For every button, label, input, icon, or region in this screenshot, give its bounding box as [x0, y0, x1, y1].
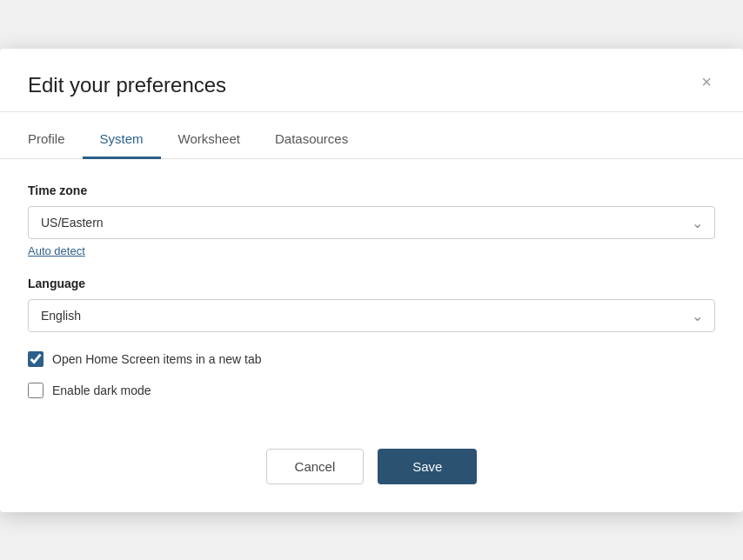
dark-mode-group: Enable dark mode	[28, 383, 715, 398]
auto-detect-link[interactable]: Auto detect	[28, 244, 85, 257]
dialog-footer: Cancel Save	[0, 435, 743, 512]
language-group: Language English French Spanish German J…	[28, 277, 715, 332]
dialog-header: Edit your preferences ×	[0, 49, 743, 112]
timezone-select[interactable]: US/Eastern US/Central US/Mountain US/Pac…	[28, 206, 715, 239]
tabs-bar: Profile System Worksheet Datasources	[0, 119, 743, 159]
close-button[interactable]: ×	[698, 73, 715, 90]
tab-profile[interactable]: Profile	[28, 119, 83, 159]
save-button[interactable]: Save	[378, 449, 477, 484]
dark-mode-checkbox[interactable]	[28, 383, 44, 398]
tab-worksheet[interactable]: Worksheet	[161, 119, 258, 159]
timezone-select-wrapper: US/Eastern US/Central US/Mountain US/Pac…	[28, 206, 715, 239]
open-home-screen-checkbox[interactable]	[28, 351, 44, 367]
language-select[interactable]: English French Spanish German Japanese	[28, 299, 715, 332]
tab-system[interactable]: System	[83, 119, 161, 159]
tab-datasources[interactable]: Datasources	[258, 119, 365, 159]
dialog-title: Edit your preferences	[28, 73, 226, 97]
language-select-wrapper: English French Spanish German Japanese ⌄	[28, 299, 715, 332]
timezone-label: Time zone	[28, 183, 715, 197]
open-home-screen-group: Open Home Screen items in a new tab	[28, 351, 715, 367]
edit-preferences-dialog: Edit your preferences × Profile System W…	[0, 49, 743, 512]
language-label: Language	[28, 277, 715, 290]
cancel-button[interactable]: Cancel	[266, 449, 365, 484]
dark-mode-label[interactable]: Enable dark mode	[52, 383, 151, 397]
timezone-group: Time zone US/Eastern US/Central US/Mount…	[28, 183, 715, 257]
dialog-body: Time zone US/Eastern US/Central US/Mount…	[0, 159, 743, 435]
open-home-screen-label[interactable]: Open Home Screen items in a new tab	[52, 352, 261, 366]
